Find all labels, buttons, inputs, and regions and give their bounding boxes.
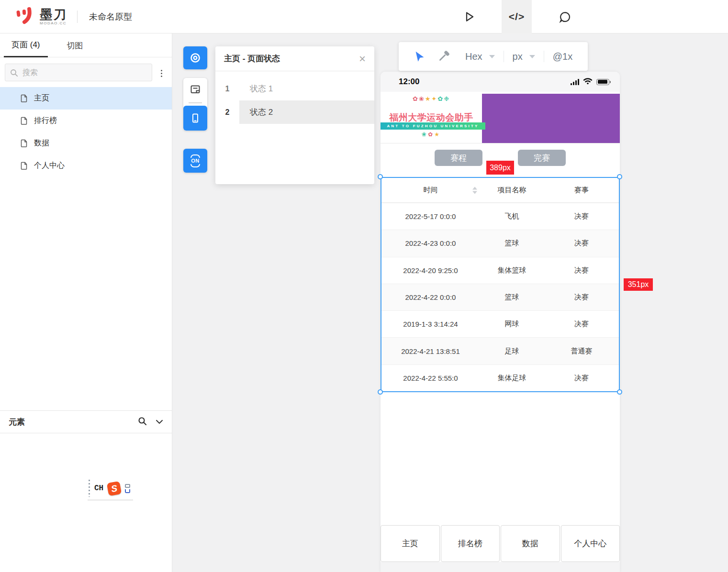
play-icon bbox=[463, 11, 475, 23]
selection-handle[interactable] bbox=[617, 174, 622, 179]
note-tool-button[interactable] bbox=[183, 78, 207, 101]
signal-icon bbox=[571, 79, 579, 85]
ime-toolbar[interactable]: CH S bbox=[88, 480, 133, 500]
search-input[interactable] bbox=[5, 64, 152, 81]
hex-dropdown[interactable]: Hex bbox=[465, 51, 495, 62]
caret-down-icon bbox=[529, 55, 535, 58]
finished-button[interactable]: 完赛 bbox=[518, 150, 566, 166]
hero-section[interactable]: ✿❀★✦✿❉ 福州大学运动会助手 ANT TO FUZHOU UNIVERSIT… bbox=[381, 94, 620, 143]
ime-language-indicator[interactable]: CH bbox=[94, 484, 103, 493]
nav-home-button[interactable]: 主页 bbox=[381, 525, 440, 562]
state-item-1[interactable]: 1 状态 1 bbox=[215, 77, 374, 100]
tool-divider bbox=[189, 102, 202, 103]
elements-section-header: 元素 bbox=[0, 410, 172, 433]
state-item-2[interactable]: 2 状态 2 bbox=[215, 100, 374, 124]
flower-decor-icon: ✿❀★✦✿❉ bbox=[381, 96, 482, 102]
target-tool-button[interactable] bbox=[183, 46, 207, 69]
design-canvas[interactable]: ON 主页 - 页面状态 × 1 状态 1 2 状态 2 bbox=[172, 33, 728, 572]
height-measure-badge: 351px bbox=[624, 278, 653, 291]
panel-header: 主页 - 页面状态 × bbox=[215, 46, 374, 71]
ime-mode-icon[interactable] bbox=[125, 484, 130, 493]
sidebar-search-row bbox=[0, 57, 172, 86]
states-tool-button[interactable]: ON bbox=[183, 149, 207, 173]
page-list: 主页 排行榜 数据 个人中心 bbox=[0, 87, 172, 177]
zoom-scale[interactable]: @1x bbox=[553, 51, 572, 62]
eyedropper-icon[interactable] bbox=[437, 50, 450, 63]
header-type: 赛事 bbox=[544, 186, 619, 195]
phone-artboard[interactable]: 12:00 ✿❀★✦✿❉ 福州大学运动会助手 ANT TO FUZHOU U bbox=[381, 72, 620, 572]
elements-search-icon[interactable] bbox=[138, 417, 147, 428]
state-number: 2 bbox=[215, 100, 239, 124]
sidebar-item-home[interactable]: 主页 bbox=[0, 87, 172, 110]
table-row: 2022-4-22 0:0:0篮球决赛 bbox=[381, 284, 619, 310]
chevron-down-icon[interactable] bbox=[156, 418, 163, 426]
tab-pages[interactable]: 页面 (4) bbox=[4, 33, 48, 57]
comment-button[interactable] bbox=[550, 0, 579, 33]
note-icon bbox=[190, 84, 201, 95]
brand-name: 墨刀 bbox=[40, 8, 67, 21]
page-label: 数据 bbox=[34, 138, 49, 148]
header-name: 项目名称 bbox=[480, 186, 544, 195]
nav-profile-button[interactable]: 个人中心 bbox=[561, 525, 620, 562]
phone-status-bar: 12:00 bbox=[381, 72, 620, 92]
sidebar-item-ranking[interactable]: 排行榜 bbox=[0, 110, 172, 132]
width-measure-badge: 389px bbox=[486, 161, 514, 175]
page-icon bbox=[20, 162, 28, 170]
sort-icon[interactable] bbox=[472, 187, 477, 194]
state-label: 状态 1 bbox=[239, 77, 374, 100]
bracket-top-icon bbox=[190, 154, 200, 158]
table-row: 2022-4-21 13:8:51足球普通赛 bbox=[381, 337, 619, 364]
hex-label: Hex bbox=[465, 51, 482, 62]
hero-purple-block[interactable] bbox=[482, 94, 620, 143]
phone-icon bbox=[190, 112, 201, 124]
hero-banner: ANT TO FUZHOU UNIVERSITY bbox=[381, 122, 485, 130]
wifi-icon bbox=[583, 77, 593, 87]
document-title[interactable]: 未命名原型 bbox=[89, 11, 132, 22]
code-view-button[interactable]: </> bbox=[502, 0, 532, 33]
nav-data-button[interactable]: 数据 bbox=[501, 525, 560, 562]
on-label: ON bbox=[191, 158, 200, 164]
sidebar-item-profile[interactable]: 个人中心 bbox=[0, 154, 172, 177]
table-row: 2022-4-23 0:0:0篮球决赛 bbox=[381, 230, 619, 256]
schedule-button[interactable]: 赛程 bbox=[435, 150, 482, 166]
search-icon bbox=[10, 69, 18, 79]
page-icon bbox=[20, 139, 28, 147]
sidebar-item-data[interactable]: 数据 bbox=[0, 132, 172, 154]
tool-group bbox=[183, 78, 207, 131]
header-divider bbox=[77, 11, 78, 23]
zoom-label: @1x bbox=[553, 51, 572, 62]
code-icon: </> bbox=[509, 11, 525, 22]
sogou-logo-icon[interactable]: S bbox=[107, 481, 122, 495]
hero-logo: ✿❀★✦✿❉ 福州大学运动会助手 ANT TO FUZHOU UNIVERSIT… bbox=[381, 94, 482, 143]
tab-slices[interactable]: 切图 bbox=[59, 33, 91, 57]
unit-dropdown[interactable]: px bbox=[513, 51, 535, 62]
phone-footer-strip bbox=[381, 562, 620, 572]
page-states-panel: 主页 - 页面状态 × 1 状态 1 2 状态 2 bbox=[215, 46, 374, 184]
table-row: 2019-1-3 3:14:24网球决赛 bbox=[381, 310, 619, 337]
nav-ranking-button[interactable]: 排名榜 bbox=[441, 525, 500, 562]
table-header-row: 时间 项目名称 赛事 bbox=[381, 178, 619, 203]
selection-handle[interactable] bbox=[378, 389, 383, 395]
table-row: 2022-4-20 9:25:0集体篮球决赛 bbox=[381, 257, 619, 284]
kebab-menu-icon[interactable] bbox=[158, 69, 165, 78]
preview-play-button[interactable] bbox=[455, 0, 483, 33]
ime-drag-handle-icon[interactable] bbox=[89, 480, 90, 497]
events-table[interactable]: 时间 项目名称 赛事 2022-5-17 0:0:0飞机决赛 2022-4-23… bbox=[381, 177, 620, 392]
close-icon[interactable]: × bbox=[359, 53, 366, 65]
selection-handle[interactable] bbox=[378, 174, 383, 179]
unit-label: px bbox=[513, 51, 523, 62]
toolbar-divider bbox=[504, 51, 504, 62]
caret-down-icon bbox=[489, 55, 495, 58]
device-tool-button[interactable] bbox=[183, 106, 207, 131]
page-icon bbox=[20, 94, 28, 102]
cursor-tool-icon[interactable] bbox=[413, 50, 426, 63]
header-time: 时间 bbox=[381, 186, 480, 195]
state-number: 1 bbox=[215, 77, 239, 100]
selection-handle[interactable] bbox=[617, 389, 622, 395]
battery-icon bbox=[596, 79, 609, 85]
brand-subtitle: MODAO.CC bbox=[40, 21, 67, 25]
table-row: 2022-5-17 0:0:0飞机决赛 bbox=[381, 203, 619, 230]
modao-app: 墨刀 MODAO.CC 未命名原型 </> 页面 (4) 切图 bbox=[0, 0, 728, 572]
brand[interactable]: 墨刀 MODAO.CC bbox=[14, 6, 67, 27]
state-list: 1 状态 1 2 状态 2 bbox=[215, 71, 374, 124]
